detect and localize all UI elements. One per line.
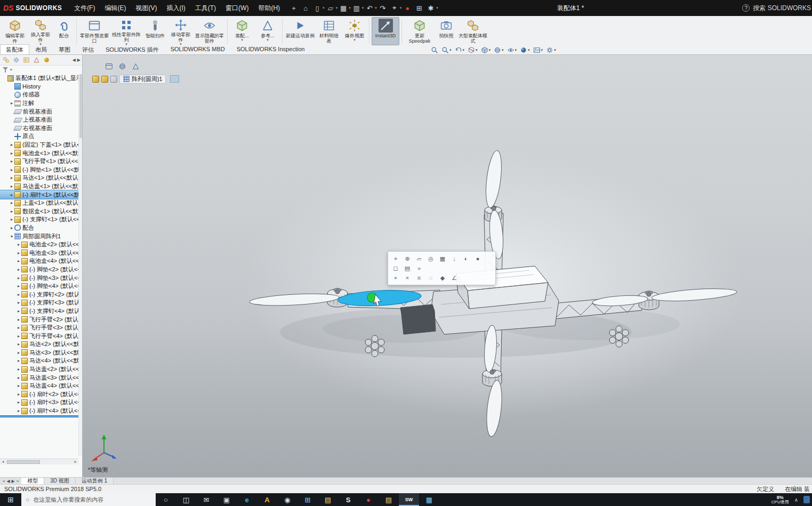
tree-item[interactable]: ▸ 飞行手臂<1> (默认<<默认	[0, 157, 78, 166]
settings-icon[interactable]: ◉	[277, 493, 298, 506]
wps-icon[interactable]: A	[257, 493, 277, 506]
expand-arrow-icon[interactable]: ▸	[16, 242, 21, 247]
doc-tab-nav-icon[interactable]: »	[17, 479, 19, 484]
tree-item[interactable]: ▸ 马达<1> (默认<<默认>_	[0, 174, 78, 182]
selection-filter-icon[interactable]: ⌖	[389, 3, 400, 13]
tree-horizontal-scrollbar[interactable]: ◂ ▸	[0, 459, 78, 464]
expand-arrow-icon[interactable]: ▸	[16, 292, 21, 297]
configuration-manager-tab[interactable]	[23, 57, 30, 63]
rollback-bar[interactable]	[0, 415, 78, 417]
more-commands-icon[interactable]: »	[414, 264, 424, 272]
tree-item[interactable]: ▸ (固定) 下盖<1> (默认<<默认	[0, 141, 78, 149]
open-icon[interactable]: ▱	[325, 3, 336, 13]
tree-item[interactable]: 上视基准面	[0, 116, 78, 124]
expand-arrow-icon[interactable]: ▾	[9, 234, 14, 239]
menu-tools[interactable]: 工具(T)	[190, 4, 221, 12]
edit-part-icon[interactable]: ◎	[426, 254, 436, 263]
ribbon-edit-component-button[interactable]: 编辑零部件	[3, 17, 27, 45]
expand-arrow-icon[interactable]: ▸	[16, 367, 21, 372]
ribbon-update-speedpak-button[interactable]: 更新 Speedpak	[404, 17, 435, 45]
expand-arrow-icon[interactable]: ▸	[16, 358, 21, 363]
taskbar-search-input[interactable]: ○ 在这里输入你要搜索的内容	[21, 493, 156, 506]
pin-icon[interactable]: +	[288, 3, 299, 13]
tree-item[interactable]: 原点	[0, 132, 78, 141]
tree-item[interactable]: ▸ (-) 支撑钉<4> (默认<<	[0, 307, 78, 316]
tree-item[interactable]: ▸ 马达<2> (默认<<默认	[0, 340, 78, 349]
cpu-usage-widget[interactable]: 8% CPU使用	[771, 495, 789, 504]
doc-tab-nav-icon[interactable]: ▶	[12, 479, 15, 484]
hide-component-icon[interactable]: ◐	[461, 254, 471, 263]
ribbon-new-motion-study-button[interactable]: 新建运动算例	[285, 17, 316, 45]
expand-arrow-icon[interactable]: ▸	[9, 217, 14, 222]
assembly-icon[interactable]	[92, 76, 99, 83]
ribbon-take-snapshot-button[interactable]: 拍快照	[436, 17, 456, 45]
edge-icon[interactable]: e	[237, 493, 257, 506]
search-solidworks-label[interactable]: 搜索 SOLIDWORKS	[753, 4, 811, 13]
expand-arrow-icon[interactable]: ▸	[16, 284, 21, 288]
tree-item[interactable]: ▸ (-) 扇叶<1> (默认<<默认	[0, 190, 78, 199]
ribbon-large-assembly-mode-button[interactable]: 大型装配体模式	[457, 17, 488, 45]
expand-arrow-icon[interactable]: ▸	[16, 350, 21, 355]
expand-arrow-icon[interactable]: ▸	[9, 151, 14, 156]
ribbon-linear-component-pattern-button[interactable]: 线性零部件阵列 ▾	[111, 17, 142, 45]
tree-item[interactable]: 传感器	[0, 91, 78, 99]
undo-icon[interactable]: ↶	[364, 3, 375, 13]
menu-help[interactable]: 帮助(H)	[253, 4, 285, 12]
sogou-icon[interactable]: S	[338, 493, 358, 506]
pattern-icon[interactable]: ▦	[438, 254, 447, 263]
tree-item[interactable]: ▸ (-) 脚垫<1> (默认<<默认>	[0, 166, 78, 174]
expand-arrow-icon[interactable]: ▸	[9, 167, 14, 172]
configure-icon[interactable]: ▤	[403, 264, 412, 272]
tree-filter-row[interactable]: ▾	[0, 66, 82, 74]
expand-arrow-icon[interactable]: ▸	[16, 342, 21, 347]
fix-icon[interactable]: +	[391, 274, 400, 282]
menu-file[interactable]: 文件(F)	[69, 4, 100, 12]
expand-arrow-icon[interactable]: ▸	[9, 209, 14, 214]
doc-tab-nav-icon[interactable]: ◀	[6, 479, 10, 484]
expand-arrow-icon[interactable]: ▸	[9, 101, 14, 106]
folder-icon[interactable]: ▤	[379, 493, 399, 506]
comment-icon[interactable]: ◌	[426, 274, 436, 282]
target-icon[interactable]	[117, 61, 127, 71]
tree-item[interactable]: ▸ 电池盒<1> (默认<<默认>	[0, 149, 78, 157]
measure-icon[interactable]	[131, 61, 140, 71]
isolate-icon[interactable]: ◻	[391, 264, 400, 272]
ribbon-assembly-features-button[interactable]: 装配... ▾	[230, 17, 254, 45]
expand-arrow-icon[interactable]: ▸	[16, 267, 21, 272]
tree-item[interactable]: ▸ 马达盖<4> (默认<<默	[0, 382, 78, 390]
panel-arrow-icon[interactable]: ▶	[77, 58, 81, 62]
tab-sw-inspection[interactable]: SOLIDWORKS Inspection	[231, 44, 311, 54]
feature-manager-tab[interactable]	[3, 57, 10, 63]
apply-scene-icon[interactable]: ▾	[533, 46, 543, 54]
doc-tab-nav-icon[interactable]: «	[3, 479, 5, 484]
tab-sketch[interactable]: 草图	[53, 44, 76, 54]
ribbon-instant3d-button[interactable]: Instant3D	[372, 17, 399, 45]
expand-arrow-icon[interactable]: ▸	[16, 251, 21, 255]
tab-sw-addins[interactable]: SOLIDWORKS 插件	[100, 44, 165, 54]
view-orientation-icon[interactable]: ▾	[481, 46, 491, 54]
ribbon-smart-fasteners-button[interactable]: 智能扣件	[143, 17, 167, 45]
expand-arrow-icon[interactable]: ▸	[9, 184, 14, 189]
ribbon-move-component-button[interactable]: 移动零部件 ▾	[168, 17, 193, 45]
tree-vertical-scrollbar[interactable]	[78, 74, 82, 456]
tree-item[interactable]: 右视基准面	[0, 124, 78, 133]
expand-arrow-icon[interactable]: ▸	[16, 317, 21, 322]
edit-appearance-icon[interactable]: ▾	[520, 46, 530, 54]
expand-arrow-icon[interactable]: ▸	[9, 226, 14, 230]
ribbon-exploded-view-button[interactable]: 爆炸视图 ▾	[342, 17, 367, 45]
file-explorer-icon[interactable]: ▤	[318, 493, 338, 506]
tree-item[interactable]: ▸ 数据盒<1> (默认<<默认>	[0, 207, 78, 216]
expand-arrow-icon[interactable]: ▸	[16, 408, 21, 413]
tree-item[interactable]: ▸ 马达盖<1> (默认<<默认>	[0, 182, 78, 191]
tree-item[interactable]: ▸ 飞行手臂<4> (默认<<	[0, 332, 78, 340]
tree-item[interactable]: ▸ (-) 扇叶<3> (默认<<默	[0, 398, 78, 407]
app-grid-icon[interactable]: ⊞	[298, 493, 318, 506]
menu-insert[interactable]: 插入(I)	[162, 4, 190, 12]
mate-icon[interactable]: ⊕	[403, 254, 412, 263]
doc-tab-motion-study-1[interactable]: 运动算例 1	[76, 478, 114, 484]
open-part-icon[interactable]: ▱	[414, 254, 424, 263]
expand-arrow-icon[interactable]: ▸	[16, 400, 21, 405]
expand-arrow-icon[interactable]: ▸	[9, 159, 14, 164]
expand-arrow-icon[interactable]: ▸	[9, 175, 14, 180]
home-icon[interactable]: ⌂	[300, 3, 311, 13]
